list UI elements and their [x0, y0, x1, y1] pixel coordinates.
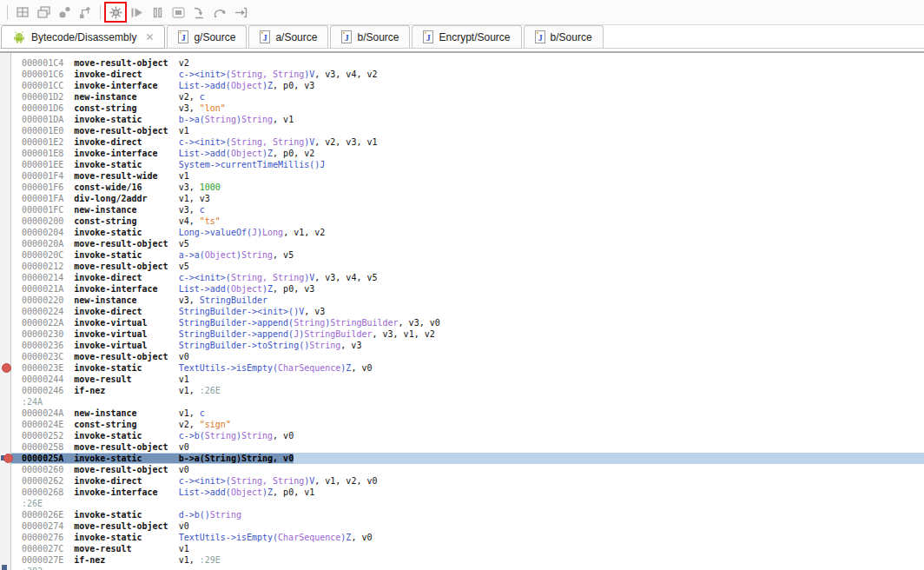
line-text: 000001EE invoke-static System->currentTi…: [11, 160, 325, 169]
listing-row[interactable]: 0000020C invoke-static a->a(Object)Strin…: [11, 249, 924, 261]
line-text: 0000025A invoke-static b->a(String)Strin…: [11, 454, 294, 463]
mnemonic: invoke-static: [74, 115, 178, 124]
listing-row[interactable]: 0000021A invoke-interface List->add(Obje…: [11, 283, 924, 295]
listing-row[interactable]: 00000204 invoke-static Long->valueOf(J)L…: [11, 227, 924, 238]
listing-row[interactable]: 000001E0 move-result-object v1: [11, 125, 924, 136]
listing-row[interactable]: 000001E8 invoke-interface List->add(Obje…: [11, 148, 924, 159]
java-file-icon: J: [341, 30, 352, 43]
step-over-icon[interactable]: [212, 4, 228, 20]
pause-icon[interactable]: [149, 4, 165, 20]
mnemonic: move-result-object: [74, 465, 178, 474]
tab-g-source[interactable]: Jg/Source: [167, 25, 247, 48]
listing-row[interactable]: 00000276 invoke-static TextUtils->isEmpt…: [11, 532, 924, 543]
close-icon[interactable]: [146, 33, 154, 41]
address: 00000252: [22, 431, 63, 441]
listing-row[interactable]: 0000022A invoke-virtual StringBuilder->a…: [11, 317, 924, 328]
listing-label-row[interactable]: :24A: [11, 396, 924, 408]
listing-row[interactable]: 000001F6 const-wide/16 v3, 1000: [11, 182, 924, 193]
tab-label: g/Source: [194, 31, 235, 43]
resume-icon[interactable]: [129, 4, 144, 20]
mnemonic: invoke-virtual: [74, 341, 178, 350]
listing-row[interactable]: 00000274 move-result-object v0: [11, 520, 924, 532]
listing-row[interactable]: 00000236 invoke-virtual StringBuilder->t…: [11, 340, 924, 351]
breakpoint-icon[interactable]: [2, 363, 11, 373]
listing-row[interactable]: 000001C6 invoke-direct c-><init>(String,…: [11, 69, 924, 80]
line-text: 000001FA div-long/2addr v1, v3: [11, 194, 210, 203]
line-text: 000001F6 const-wide/16 v3, 1000: [11, 182, 221, 192]
line-text: 000001D2 new-instance v2, c: [11, 92, 205, 102]
listing-row[interactable]: 00000220 new-instance v3, StringBuilder: [11, 295, 924, 306]
step-return-icon[interactable]: [233, 4, 248, 20]
disassembly-listing: 000001C4 move-result-object v2 000001C6 …: [11, 57, 924, 570]
line-text: 00000236 invoke-virtual StringBuilder->t…: [11, 341, 361, 350]
listing-row[interactable]: 0000024E const-string v2, "sign": [11, 419, 924, 430]
line-text: 00000244 move-result v1: [11, 374, 189, 384]
listing-row[interactable]: 000001F4 move-result-wide v1: [11, 170, 924, 182]
mnemonic: move-result-object: [74, 521, 178, 531]
breakpoint-icon[interactable]: [3, 454, 13, 463]
listing-row[interactable]: 00000252 invoke-static c->b(String)Strin…: [11, 430, 924, 441]
address: 00000276: [22, 533, 63, 542]
listing-row[interactable]: 00000214 invoke-direct c-><init>(String,…: [11, 272, 924, 283]
tab-b-source[interactable]: Jb/Source: [524, 25, 604, 48]
tab-encrypt-source[interactable]: JEncrypt/Source: [412, 25, 521, 48]
listing-row[interactable]: 0000026E invoke-static d->b()String: [11, 509, 924, 520]
listing-row[interactable]: 000001FA div-long/2addr v1, v3: [11, 193, 924, 204]
listing-row[interactable]: 000001FC new-instance v3, c: [11, 204, 924, 215]
classes-icon[interactable]: [56, 4, 72, 20]
listing-row[interactable]: 000001D6 const-string v3, "lon": [11, 103, 924, 114]
line-text: 0000020C invoke-static a->a(Object)Strin…: [11, 250, 294, 260]
mnemonic: invoke-direct: [74, 476, 178, 486]
debug-icon[interactable]: [108, 4, 123, 20]
listing-row[interactable]: 000001D2 new-instance v2, c: [11, 91, 924, 103]
tab-label: Bytecode/Disassembly: [31, 31, 136, 43]
mnemonic: new-instance: [74, 205, 178, 215]
listing-label-row[interactable]: :26E: [11, 498, 924, 509]
listing-row[interactable]: 000001EE invoke-static System->currentTi…: [11, 159, 924, 170]
terminate-icon[interactable]: [170, 4, 186, 20]
listing-row[interactable]: 00000212 move-result-object v5: [11, 261, 924, 272]
svg-text:J: J: [538, 33, 542, 43]
listing-row[interactable]: 00000260 move-result-object v0: [11, 464, 924, 475]
listing-row[interactable]: 00000246 if-nez v1, :26E: [11, 385, 924, 396]
line-text: 0000024E const-string v2, "sign": [11, 420, 231, 429]
address: 00000268: [22, 487, 63, 497]
mnemonic: invoke-direct: [74, 70, 178, 79]
step-into-icon[interactable]: [191, 4, 207, 20]
address: 00000212: [22, 262, 63, 271]
breakpoint-gutter[interactable]: [0, 53, 11, 570]
listing-row[interactable]: 00000258 move-result-object v0: [11, 441, 924, 453]
listing-row[interactable]: 00000200 const-string v4, "ts": [11, 215, 924, 227]
listing-row[interactable]: 0000024A new-instance v1, c: [11, 408, 924, 419]
listing-row[interactable]: 0000023E invoke-static TextUtils->isEmpt…: [11, 362, 924, 374]
mnemonic: invoke-interface: [74, 149, 178, 158]
listing-row[interactable]: 00000224 invoke-direct StringBuilder-><i…: [11, 306, 924, 317]
listing-row[interactable]: 000001C4 move-result-object v2: [11, 57, 924, 69]
listing-label-row[interactable]: :282: [11, 566, 924, 570]
address: 000001D2: [22, 92, 63, 102]
address: 000001E0: [22, 126, 63, 136]
address: 00000220: [22, 295, 63, 305]
listing-row[interactable]: 00000244 move-result v1: [11, 374, 924, 385]
tab-a-source[interactable]: Ja/Source: [248, 25, 328, 48]
grid-icon[interactable]: [15, 4, 30, 20]
line-text: 00000204 invoke-static Long->valueOf(J)L…: [11, 228, 325, 237]
listing-row[interactable]: 0000025A invoke-static b->a(String)Strin…: [11, 453, 924, 464]
listing-row[interactable]: 000001DA invoke-static b->a(String)Strin…: [11, 114, 924, 125]
listing-row[interactable]: 0000023C move-result-object v0: [11, 351, 924, 362]
listing-row[interactable]: 0000027E if-nez v1, :29E: [11, 554, 924, 566]
listing-row[interactable]: 000001CC invoke-interface List->add(Obje…: [11, 80, 924, 91]
listing-row[interactable]: 00000262 invoke-direct c-><init>(String,…: [11, 475, 924, 487]
listing-row[interactable]: 00000268 invoke-interface List->add(Obje…: [11, 487, 924, 498]
listing-row[interactable]: 000001E2 invoke-direct c-><init>(String,…: [11, 136, 924, 148]
cascade-windows-icon[interactable]: [36, 4, 51, 20]
address: 000001C6: [22, 70, 63, 79]
listing-row[interactable]: 00000230 invoke-virtual StringBuilder->a…: [11, 328, 924, 340]
listing-row[interactable]: 0000020A move-result-object v5: [11, 238, 924, 249]
mnemonic: invoke-direct: [74, 137, 178, 147]
listing-row[interactable]: 0000027C move-result v1: [11, 543, 924, 554]
line-text: 00000262 invoke-direct c-><init>(String,…: [11, 476, 378, 486]
tab-b-source[interactable]: Jb/Source: [330, 25, 410, 48]
hierarchy-icon[interactable]: [77, 4, 93, 20]
tab-bytecode-disassembly[interactable]: Bytecode/Disassembly: [1, 25, 165, 49]
